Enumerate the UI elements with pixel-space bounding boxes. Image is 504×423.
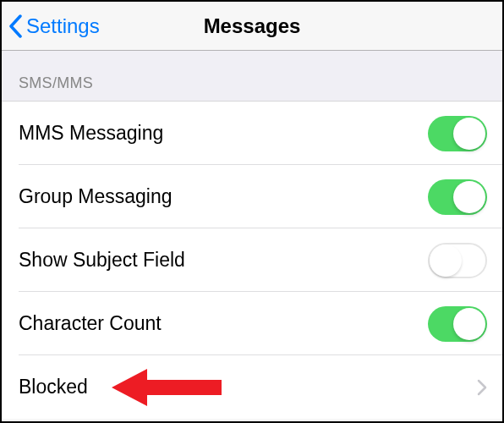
row-mms-messaging: MMS Messaging (2, 102, 502, 165)
back-button[interactable]: Settings (2, 14, 100, 38)
settings-list: MMS Messaging Group Messaging Show Subje… (2, 102, 502, 419)
chevron-right-icon (477, 379, 487, 396)
toggle-knob (453, 118, 485, 150)
row-label: Show Subject Field (19, 249, 185, 272)
toggle-knob (453, 181, 485, 213)
chevron-left-icon (8, 14, 24, 38)
row-label: Character Count (19, 312, 162, 335)
toggle-group-messaging[interactable] (428, 179, 487, 215)
row-label: Blocked (19, 376, 88, 398)
section-header-label: SMS/MMS (19, 74, 93, 91)
row-show-subject-field: Show Subject Field (2, 228, 502, 292)
navigation-bar: Settings Messages (2, 2, 502, 51)
toggle-knob (453, 308, 485, 340)
row-label: Group Messaging (19, 185, 173, 208)
section-header: SMS/MMS (2, 51, 502, 102)
toggle-show-subject-field[interactable] (428, 243, 487, 278)
page-title: Messages (204, 14, 301, 38)
row-label: MMS Messaging (19, 122, 163, 145)
back-label: Settings (26, 14, 100, 38)
toggle-character-count[interactable] (428, 306, 487, 342)
toggle-knob (430, 244, 462, 277)
row-group-messaging: Group Messaging (2, 165, 502, 228)
toggle-mms-messaging[interactable] (428, 116, 487, 151)
row-character-count: Character Count (2, 292, 502, 355)
row-blocked[interactable]: Blocked (2, 355, 502, 419)
